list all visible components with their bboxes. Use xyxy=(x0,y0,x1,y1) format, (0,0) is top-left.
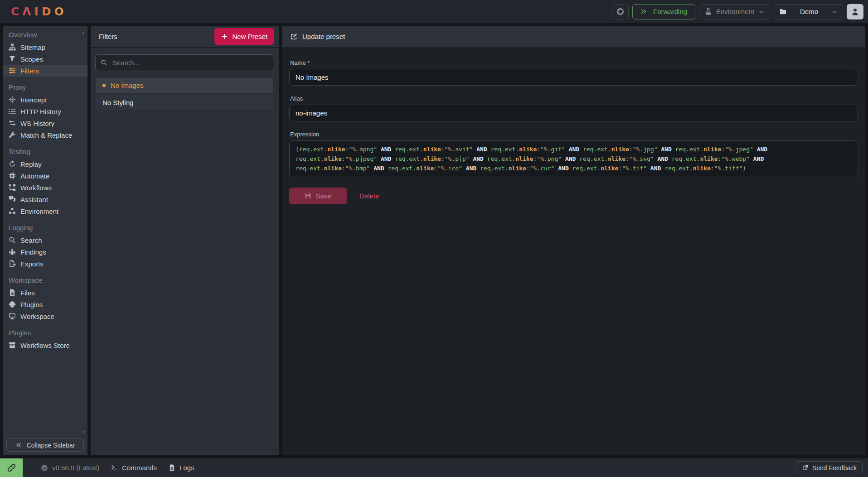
sidebar-item-label: Assistant xyxy=(20,196,48,203)
angles-left-icon xyxy=(15,442,21,448)
collapse-sidebar-label: Collapse Sidebar xyxy=(27,442,75,449)
environment-dropdown[interactable]: Environment xyxy=(699,4,770,19)
sidebar-section-testing: Testing xyxy=(3,148,87,155)
floppy-icon xyxy=(305,193,311,199)
ws-history-icon xyxy=(9,120,16,127)
sidebar-section-plugins: Plugins xyxy=(3,329,87,337)
sidebar-section-workspace: Workspace xyxy=(3,276,87,284)
scroll-up-indicator: ▴ xyxy=(82,30,84,34)
preset-search-input[interactable] xyxy=(112,58,269,67)
sidebar-item-label: Replay xyxy=(20,160,42,168)
sidebar-item-search[interactable]: Search xyxy=(3,234,87,246)
status-bar: v0.50.0 (Latest) Commands Logs Send Feed… xyxy=(0,458,868,477)
file-lines-icon xyxy=(169,464,175,471)
commands-button[interactable]: Commands xyxy=(111,464,157,472)
sidebar-item-label: Environment xyxy=(20,207,58,215)
sitemap-icon xyxy=(9,43,16,51)
sidebar-item-files[interactable]: Files xyxy=(3,287,87,299)
search-icon xyxy=(9,236,16,244)
sidebar-item-label: Files xyxy=(20,289,35,297)
sidebar-item-workflows[interactable]: Workflows xyxy=(3,182,87,193)
match-replace-icon xyxy=(9,131,16,139)
findings-icon xyxy=(9,248,16,255)
send-feedback-button[interactable]: Send Feedback xyxy=(796,461,863,474)
sidebar-item-intercept[interactable]: Intercept xyxy=(3,94,87,106)
plus-icon xyxy=(221,33,228,40)
connection-button[interactable] xyxy=(0,458,23,477)
forwarding-button[interactable]: Forwarding xyxy=(632,4,695,19)
project-dropdown[interactable]: Demo xyxy=(774,4,843,19)
sidebar-item-filters[interactable]: Filters xyxy=(3,65,87,77)
browser-button[interactable] xyxy=(612,4,629,19)
sidebar-item-sitemap[interactable]: Sitemap xyxy=(3,41,87,53)
sidebar-item-findings[interactable]: Findings xyxy=(3,246,87,258)
caido-logo: CΛIDO xyxy=(11,5,67,18)
sidebar-item-match-replace[interactable]: Match & Replace xyxy=(3,129,87,141)
avatar-button[interactable] xyxy=(847,4,863,19)
sidebar-section-logging: Logging xyxy=(3,224,87,231)
sidebar-item-label: Workflows Store xyxy=(20,342,70,349)
name-input[interactable] xyxy=(289,69,858,86)
chevron-down-icon xyxy=(759,9,764,14)
sidebar-item-replay[interactable]: Replay xyxy=(3,158,87,170)
new-preset-button[interactable]: New Preset xyxy=(214,28,274,45)
scroll-down-indicator: ▾ xyxy=(82,430,84,434)
save-label: Save xyxy=(315,192,331,200)
expression-label: Expression xyxy=(290,131,858,138)
sidebar-item-label: Sitemap xyxy=(20,43,45,51)
folder-icon xyxy=(780,8,786,15)
store-icon xyxy=(9,342,16,349)
scopes-icon xyxy=(9,55,16,63)
sidebar-item-workspace[interactable]: Workspace xyxy=(3,310,87,322)
sidebar-item-label: Workflows xyxy=(20,184,52,192)
sidebar-item-assistant[interactable]: Assistant xyxy=(3,193,87,205)
commands-label: Commands xyxy=(122,464,157,472)
expression-line: (req.ext.nlike:"%.apng" AND req.ext.nlik… xyxy=(296,145,852,154)
sidebar-item-automate[interactable]: Automate xyxy=(3,170,87,182)
save-button[interactable]: Save xyxy=(289,188,347,204)
presets-panel-header: Filters New Preset xyxy=(91,26,279,48)
sidebar-item-label: Scopes xyxy=(20,55,43,63)
chevron-down-icon xyxy=(832,9,837,14)
sidebar-item-exports[interactable]: Exports xyxy=(3,258,87,270)
files-icon xyxy=(9,289,16,296)
new-preset-label: New Preset xyxy=(232,33,267,40)
user-icon xyxy=(851,8,859,15)
sidebar-item-label: Exports xyxy=(20,260,44,268)
preset-item-no-styling[interactable]: No Styling xyxy=(96,95,273,110)
preset-item-no-images[interactable]: No Images xyxy=(96,78,273,93)
sidebar-item-label: HTTP History xyxy=(20,108,61,116)
link-icon xyxy=(7,463,16,472)
project-label: Demo xyxy=(791,8,827,15)
logs-label: Logs xyxy=(179,464,194,472)
expression-line: req.ext.nlike:"%.bmp" AND req.ext.nlike:… xyxy=(296,164,852,173)
alias-input[interactable] xyxy=(289,105,858,121)
topbar: CΛIDO Forwarding Environment Demo xyxy=(0,0,868,23)
delete-button[interactable]: Delete xyxy=(359,192,379,200)
sidebar-item-plugins[interactable]: Plugins xyxy=(3,299,87,310)
sidebar-item-http-history[interactable]: HTTP History xyxy=(3,106,87,117)
flask-icon xyxy=(705,8,712,15)
replay-icon xyxy=(9,160,16,168)
sidebar-item-label: Automate xyxy=(20,172,49,180)
sidebar-item-ws-history[interactable]: WS History xyxy=(3,117,87,129)
expression-editor[interactable]: (req.ext.nlike:"%.apng" AND req.ext.nlik… xyxy=(289,140,858,177)
sidebar-item-label: Intercept xyxy=(20,96,47,104)
sidebar-item-label: WS History xyxy=(20,120,54,127)
angles-right-icon xyxy=(640,8,647,15)
preset-list: No ImagesNo Styling xyxy=(95,78,274,110)
update-preset-panel: Update preset Name * Alias Expression (r… xyxy=(282,26,865,455)
sidebar-item-scopes[interactable]: Scopes xyxy=(3,53,87,65)
topbar-actions: Forwarding Environment Demo xyxy=(612,4,863,19)
sidebar-item-environment[interactable]: Environment xyxy=(3,205,87,217)
send-feedback-label: Send Feedback xyxy=(812,464,857,472)
exports-icon xyxy=(9,260,16,267)
collapse-sidebar-button[interactable]: Collapse Sidebar xyxy=(6,438,84,452)
workflows-icon xyxy=(9,184,16,191)
sidebar-item-label: Search xyxy=(20,236,42,244)
sidebar-item-workflows-store[interactable]: Workflows Store xyxy=(3,339,87,351)
logs-button[interactable]: Logs xyxy=(169,464,194,472)
version-label: v0.50.0 (Latest) xyxy=(52,464,99,472)
edit-icon xyxy=(290,33,297,40)
preset-search-box xyxy=(95,54,274,71)
